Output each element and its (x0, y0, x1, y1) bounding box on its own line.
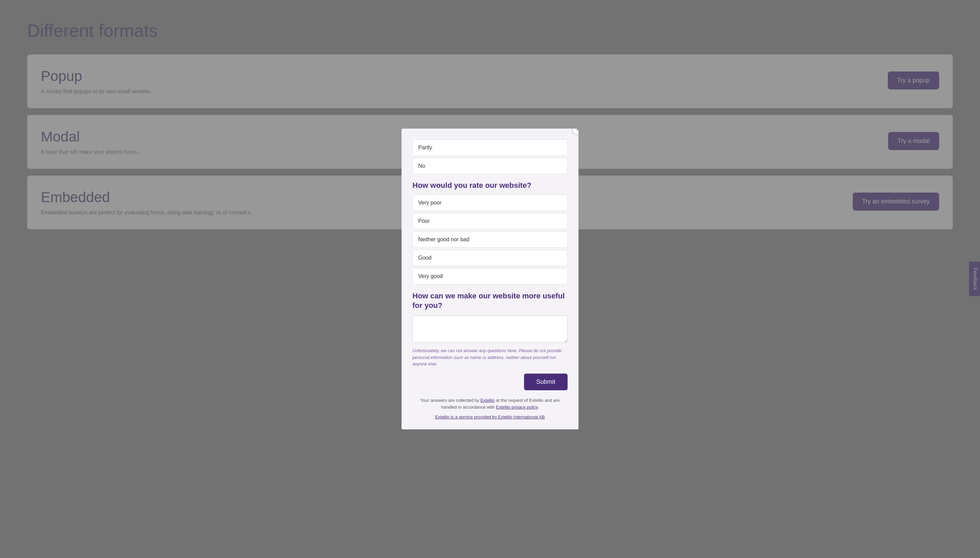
footer-text: Your answers are collected by Extellio a… (412, 397, 568, 411)
dropdown-item-partly[interactable]: Partly (412, 140, 568, 156)
footer-before: Your answers are collected by (420, 398, 481, 403)
submit-row: Submit (412, 374, 568, 390)
footer-extellio-link[interactable]: Extellio (481, 398, 495, 403)
disclaimer-text: Unfortunately, we can not answer any que… (412, 347, 568, 368)
improvement-question: How can we make our website more useful … (412, 291, 568, 311)
submit-button[interactable]: Submit (524, 374, 568, 390)
rating-option-very-poor[interactable]: Very poor (412, 195, 568, 211)
footer-service-link[interactable]: Extellio is a service provided by Extell… (435, 414, 545, 420)
rating-option-poor[interactable]: Poor (412, 213, 568, 229)
footer-end: . (538, 405, 539, 410)
rating-question: How would you rate our website? (412, 181, 568, 190)
close-button[interactable]: × (572, 129, 578, 135)
dropdown-item-no[interactable]: No (412, 158, 568, 174)
rating-option-good[interactable]: Good (412, 250, 568, 266)
rating-option-very-good[interactable]: Very good (412, 268, 568, 284)
rating-option-neither[interactable]: Neither good nor bad (412, 231, 568, 248)
footer-bottom: Extellio is a service provided by Extell… (412, 414, 568, 420)
footer-privacy-link[interactable]: Extellio privacy policy (496, 405, 538, 410)
modal-overlay: × Partly No How would you rate our websi… (0, 0, 980, 558)
survey-modal: × Partly No How would you rate our websi… (402, 129, 578, 429)
improvement-textarea[interactable] (412, 315, 568, 343)
